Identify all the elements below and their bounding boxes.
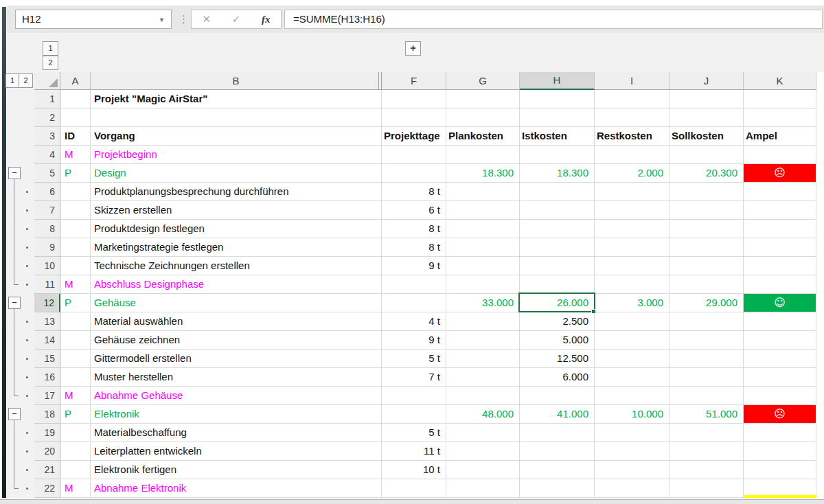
cell-G11[interactable]	[446, 275, 520, 294]
cell-I17[interactable]	[595, 387, 670, 405]
cell-J7[interactable]	[670, 201, 744, 220]
cell-I2[interactable]	[595, 108, 670, 127]
cell-F11[interactable]	[382, 275, 446, 294]
cell-B15[interactable]: Gittermodell erstellen	[91, 350, 382, 368]
cell-F3[interactable]: Projekttage	[382, 127, 446, 146]
cell-F6[interactable]: 8 t	[382, 183, 446, 201]
cell-I21[interactable]	[595, 461, 670, 479]
row-header-21[interactable]: 21	[34, 461, 60, 479]
cell-A21[interactable]	[60, 461, 91, 479]
cell-J3[interactable]: Sollkosten	[670, 127, 744, 146]
name-box[interactable]: H12 ▼	[15, 10, 172, 29]
cell-K6[interactable]	[744, 183, 816, 201]
cell-F8[interactable]: 8 t	[382, 220, 446, 238]
cell-H4[interactable]	[520, 146, 595, 164]
column-header-G[interactable]: G	[446, 72, 520, 90]
row-header-13[interactable]: 13	[34, 312, 60, 331]
cell-H5[interactable]: 18.300	[520, 164, 595, 183]
cell-J10[interactable]	[670, 257, 744, 275]
cell-A7[interactable]	[60, 201, 91, 220]
cell-G13[interactable]	[446, 312, 520, 331]
cell-J2[interactable]	[670, 108, 744, 127]
cell-F13[interactable]: 4 t	[382, 312, 446, 331]
cell-I5[interactable]: 2.000	[595, 164, 670, 183]
cell-B2[interactable]	[91, 108, 382, 127]
cell-J21[interactable]	[670, 461, 744, 479]
cell-F5[interactable]	[382, 164, 446, 183]
cell-B16[interactable]: Muster herstellen	[91, 368, 382, 387]
cell-G8[interactable]	[446, 220, 520, 238]
cell-K4[interactable]	[744, 146, 816, 164]
collapse-group-button-row-18[interactable]: −	[8, 408, 21, 420]
column-header-A[interactable]: A	[60, 72, 91, 90]
cell-B10[interactable]: Technische Zeichnungen erstellen	[91, 257, 382, 275]
cell-K3[interactable]: Ampel	[744, 127, 816, 146]
cell-A6[interactable]	[60, 183, 91, 201]
cell-K8[interactable]	[744, 220, 816, 238]
cell-I12[interactable]: 3.000	[595, 294, 670, 312]
cell-I10[interactable]	[595, 257, 670, 275]
cell-G4[interactable]	[446, 146, 520, 164]
cell-B22[interactable]: Abnahme Elektronik	[91, 479, 382, 498]
cell-H20[interactable]	[520, 442, 595, 461]
cell-H21[interactable]	[520, 461, 595, 479]
cell-I13[interactable]	[595, 312, 670, 331]
cell-J14[interactable]	[670, 331, 744, 350]
cell-K17[interactable]	[744, 387, 816, 405]
cell-J18[interactable]: 51.000	[670, 405, 744, 424]
cell-I15[interactable]	[595, 350, 670, 368]
column-header-B[interactable]: B	[91, 72, 382, 90]
column-header-F[interactable]: F	[382, 72, 446, 90]
cell-K14[interactable]	[744, 331, 816, 350]
cell-I8[interactable]	[595, 220, 670, 238]
cell-I19[interactable]	[595, 424, 670, 442]
cell-B3[interactable]: Vorgang	[91, 127, 382, 146]
cell-J4[interactable]	[670, 146, 744, 164]
cell-G14[interactable]	[446, 331, 520, 350]
cell-G22[interactable]	[446, 479, 520, 498]
cell-F2[interactable]	[382, 108, 446, 127]
cell-H7[interactable]	[520, 201, 595, 220]
row-header-12[interactable]: 12	[34, 294, 60, 312]
cell-B1[interactable]: Projekt "Magic AirStar"	[91, 90, 382, 108]
cell-I4[interactable]	[595, 146, 670, 164]
fill-handle[interactable]	[591, 309, 596, 314]
row-header-9[interactable]: 9	[34, 238, 60, 257]
column-outline-level-2-button[interactable]: 2	[43, 56, 58, 70]
cell-A15[interactable]	[60, 350, 91, 368]
cell-K13[interactable]	[744, 312, 816, 331]
cell-H16[interactable]: 6.000	[520, 368, 595, 387]
cell-A8[interactable]	[60, 220, 91, 238]
cell-F16[interactable]: 7 t	[382, 368, 446, 387]
row-header-6[interactable]: 6	[34, 183, 60, 201]
cell-J20[interactable]	[670, 442, 744, 461]
cell-F21[interactable]: 10 t	[382, 461, 446, 479]
row-header-18[interactable]: 18	[34, 405, 60, 424]
row-header-17[interactable]: 17	[34, 387, 60, 405]
cell-F7[interactable]: 6 t	[382, 201, 446, 220]
cell-G17[interactable]	[446, 387, 520, 405]
cell-G15[interactable]	[446, 350, 520, 368]
cell-K9[interactable]	[744, 238, 816, 257]
cell-G19[interactable]	[446, 424, 520, 442]
row-header-8[interactable]: 8	[34, 220, 60, 238]
cell-G2[interactable]	[446, 108, 520, 127]
cell-K2[interactable]	[744, 108, 816, 127]
cell-H19[interactable]	[520, 424, 595, 442]
cell-G20[interactable]	[446, 442, 520, 461]
column-header-K[interactable]: K	[744, 72, 816, 90]
row-header-16[interactable]: 16	[34, 368, 60, 387]
cell-G1[interactable]	[446, 90, 520, 108]
cell-K15[interactable]	[744, 350, 816, 368]
cell-F22[interactable]	[382, 479, 446, 498]
cell-A16[interactable]	[60, 368, 91, 387]
cell-J13[interactable]	[670, 312, 744, 331]
row-header-1[interactable]: 1	[34, 90, 60, 108]
cell-H3[interactable]: Istkosten	[520, 127, 595, 146]
cell-H1[interactable]	[520, 90, 595, 108]
row-header-20[interactable]: 20	[34, 442, 60, 461]
cell-J15[interactable]	[670, 350, 744, 368]
cell-B6[interactable]: Produktplanungsbesprechung durchführen	[91, 183, 382, 201]
cell-A4[interactable]: M	[60, 146, 91, 164]
cell-G21[interactable]	[446, 461, 520, 479]
